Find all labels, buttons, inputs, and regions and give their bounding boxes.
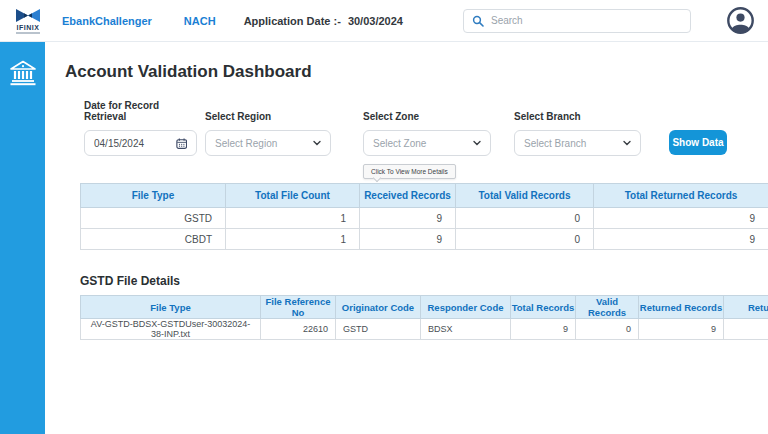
- bank-icon[interactable]: [9, 60, 37, 86]
- total-returned-records-cell: 9: [594, 208, 768, 229]
- total-valid-records-cell: 0: [456, 208, 594, 229]
- nav-item-nach[interactable]: NACH: [184, 15, 216, 27]
- show-data-button[interactable]: Show Data: [669, 130, 727, 155]
- details-table-container: File Type File Reference No Originator C…: [80, 295, 768, 340]
- file-reference-cell: 22610: [261, 319, 336, 340]
- branch-label: Select Branch: [514, 111, 641, 122]
- column-header: Originator Code: [336, 296, 421, 319]
- file-type-cell: GSTD: [81, 208, 226, 229]
- summary-section: Click To View More Details File Type Tot…: [80, 183, 768, 250]
- branch-select-value: Select Branch: [524, 138, 586, 149]
- column-header: Responder Code: [421, 296, 511, 319]
- brand-name[interactable]: EbankChallenger: [62, 15, 152, 27]
- ifinix-logo[interactable]: IFINIX: [10, 8, 46, 34]
- total-returned-records-cell: 9: [594, 229, 768, 250]
- total-valid-records-cell: 0: [456, 229, 594, 250]
- received-records-link[interactable]: 9: [360, 229, 456, 250]
- file-type-cell: CBDT: [81, 229, 226, 250]
- zone-label: Select Zone: [363, 111, 491, 122]
- zone-select[interactable]: Select Zone: [363, 130, 491, 156]
- region-label: Select Region: [205, 111, 331, 122]
- valid-records-cell: 0: [576, 319, 639, 340]
- page-title: Account Validation Dashboard: [65, 62, 768, 82]
- summary-header-row: File Type Total File Count Received Reco…: [81, 184, 768, 208]
- date-input[interactable]: [94, 138, 176, 149]
- region-select-value: Select Region: [215, 138, 277, 149]
- search-box[interactable]: [463, 9, 691, 33]
- user-avatar[interactable]: [727, 7, 754, 34]
- zone-select-value: Select Zone: [373, 138, 426, 149]
- table-row: CBDT 1 9 0 9: [81, 229, 768, 250]
- region-select[interactable]: Select Region: [205, 130, 331, 156]
- date-retrieval-label: Date for Record Retrieval: [84, 100, 197, 122]
- received-records-link[interactable]: 9: [360, 208, 456, 229]
- branch-select[interactable]: Select Branch: [514, 130, 641, 156]
- column-header: Received Records: [360, 184, 456, 208]
- sidebar: [0, 42, 45, 434]
- originator-code-cell: GSTD: [336, 319, 421, 340]
- details-table: File Type File Reference No Originator C…: [80, 295, 768, 340]
- ifinix-logo-icon: [15, 8, 41, 23]
- chevron-down-icon: [623, 139, 631, 147]
- search-icon: [472, 15, 484, 27]
- column-header: Retu: [724, 296, 768, 319]
- returned-records-link[interactable]: 9: [639, 319, 724, 340]
- column-header: Total File Count: [226, 184, 360, 208]
- file-name-cell: AV-GSTD-BDSX-GSTDUser-30032024-38-INP.tx…: [81, 319, 261, 340]
- table-row: GSTD 1 9 0 9: [81, 208, 768, 229]
- calendar-icon[interactable]: [176, 137, 187, 150]
- tooltip: Click To View More Details: [363, 164, 456, 179]
- column-header: Total Valid Records: [456, 184, 594, 208]
- logo-tagline: [16, 32, 40, 34]
- responder-code-cell: BDSX: [421, 319, 511, 340]
- search-input[interactable]: [491, 15, 682, 26]
- details-section-title: GSTD File Details: [80, 274, 768, 288]
- main-content: Account Validation Dashboard Date for Re…: [45, 42, 768, 434]
- chevron-down-icon: [473, 139, 481, 147]
- column-header: Total Returned Records: [594, 184, 768, 208]
- application-date: Application Date :- 30/03/2024: [244, 15, 403, 27]
- table-row: AV-GSTD-BDSX-GSTDUser-30032024-38-INP.tx…: [81, 319, 768, 340]
- total-file-count-cell: 1: [226, 208, 360, 229]
- date-field[interactable]: [84, 130, 197, 156]
- app-window: IFINIX EbankChallenger NACH Application …: [0, 0, 768, 434]
- total-file-count-cell: 1: [226, 229, 360, 250]
- column-header: Valid Records: [576, 296, 639, 319]
- total-records-link[interactable]: 9: [511, 319, 576, 340]
- top-header: IFINIX EbankChallenger NACH Application …: [0, 0, 768, 42]
- column-header: File Type: [81, 296, 261, 319]
- application-date-value: 30/03/2024: [348, 15, 403, 27]
- column-header: Total Records: [511, 296, 576, 319]
- logo-text: IFINIX: [17, 24, 40, 31]
- column-header: Returned Records: [639, 296, 724, 319]
- chevron-down-icon: [313, 139, 321, 147]
- summary-table: File Type Total File Count Received Reco…: [80, 183, 768, 250]
- clipped-cell: [724, 319, 768, 340]
- details-header-row: File Type File Reference No Originator C…: [81, 296, 768, 319]
- column-header: File Reference No: [261, 296, 336, 319]
- column-header: File Type: [81, 184, 226, 208]
- application-date-label: Application Date :-: [244, 15, 341, 27]
- filters-bar: Date for Record Retrieval Select Re: [84, 100, 768, 156]
